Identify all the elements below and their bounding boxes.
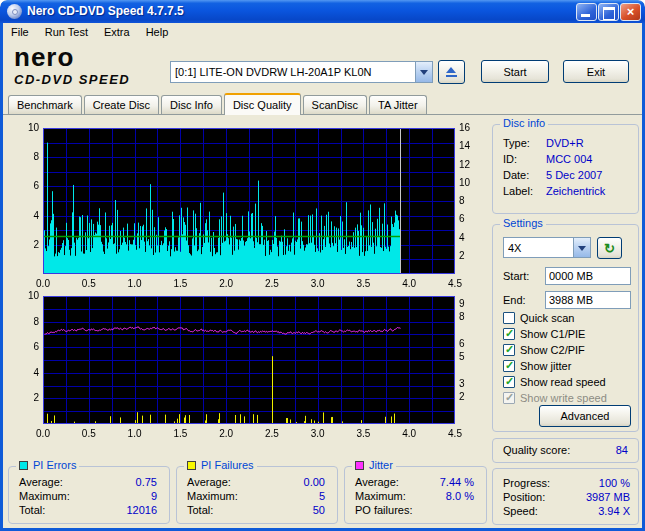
checkbox-label: Show read speed (520, 376, 606, 388)
pie-average-label: Average: (19, 476, 63, 488)
checkbox-label: Show write speed (520, 392, 607, 404)
end-position-label: End: (503, 294, 526, 306)
eject-button[interactable] (438, 60, 465, 84)
advanced-button[interactable]: Advanced (539, 405, 631, 427)
refresh-icon: ↻ (604, 242, 615, 255)
jitter-caption: Jitter (352, 459, 396, 471)
disc-date-label: Date: (503, 169, 529, 181)
checkbox-show-write-speed[interactable]: Show write speed (503, 391, 607, 405)
pie-maximum-label: Maximum: (19, 490, 70, 502)
pi-errors-caption-text: PI Errors (33, 459, 76, 471)
nero-logo-product: CD-DVD SPEED (14, 73, 130, 86)
position-value: 3987 MB (586, 491, 630, 503)
tab-scandisc[interactable]: ScanDisc (303, 95, 367, 114)
progress-value: 100 % (599, 477, 630, 489)
pie-maximum-value: 9 (151, 490, 157, 502)
maximize-button[interactable] (598, 3, 619, 21)
checkbox-label: Show jitter (520, 360, 571, 372)
disc-quality-charts (8, 118, 488, 454)
pi-failures-panel: PI Failures Average: 0.00 Maximum: 5 Tot… (176, 466, 338, 524)
pi-failures-caption-text: PI Failures (201, 459, 254, 471)
disc-label-label: Label: (503, 185, 533, 197)
window-title: Nero CD-DVD Speed 4.7.7.5 (27, 4, 184, 18)
disc-type-value: DVD+R (546, 137, 584, 149)
menu-bar: File Run Test Extra Help (3, 23, 642, 42)
tab-strip: Benchmark Create Disc Disc Info Disc Qua… (8, 93, 429, 115)
app-window: Nero CD-DVD Speed 4.7.7.5 × File Run Tes… (0, 0, 645, 531)
pi-failures-legend-icon (187, 461, 196, 470)
tab-benchmark[interactable]: Benchmark (8, 95, 82, 114)
quality-score-panel: Quality score: 84 (492, 438, 639, 463)
drive-selector-value: [0:1] LITE-ON DVDRW LH-20A1P KL0N (171, 66, 415, 78)
settings-caption: Settings (500, 217, 546, 229)
drive-selector[interactable]: [0:1] LITE-ON DVDRW LH-20A1P KL0N (170, 61, 433, 83)
checkbox-show-read-speed[interactable]: Show read speed (503, 375, 606, 389)
progress-label: Progress: (503, 477, 550, 489)
checkbox-quick-scan[interactable]: Quick scan (503, 311, 574, 325)
checkbox-box (503, 392, 515, 404)
exit-button[interactable]: Exit (563, 60, 629, 83)
start-position-label: Start: (503, 270, 529, 282)
jitter-maximum-label: Maximum: (355, 490, 406, 502)
tab-disc-quality[interactable]: Disc Quality (224, 93, 301, 115)
checkbox-box (503, 344, 515, 356)
checkbox-box (503, 360, 515, 372)
title-bar: Nero CD-DVD Speed 4.7.7.5 × (0, 0, 645, 23)
minimize-button[interactable] (576, 3, 597, 21)
disc-id-value: MCC 004 (546, 153, 592, 165)
menu-run-test[interactable]: Run Test (37, 23, 96, 42)
close-button[interactable]: × (620, 3, 641, 21)
eject-icon (446, 67, 457, 78)
dropdown-arrow-icon[interactable] (573, 238, 590, 257)
disc-date-value: 5 Dec 2007 (546, 169, 602, 181)
checkbox-box (503, 328, 515, 340)
pie-total-value: 12016 (126, 504, 157, 516)
pif-total-label: Total: (187, 504, 213, 516)
speed-selector[interactable]: 4X (503, 237, 591, 258)
settings-panel: Settings 4X ↻ Start: End: Quick scan Sho… (492, 224, 639, 432)
speed-value: 3.94 X (598, 505, 630, 517)
quality-score-label: Quality score: (503, 444, 570, 456)
tab-ta-jitter[interactable]: TA Jitter (369, 95, 427, 114)
menu-extra[interactable]: Extra (96, 23, 138, 42)
refresh-speeds-button[interactable]: ↻ (597, 237, 622, 259)
end-position-field[interactable] (545, 291, 631, 309)
start-position-field[interactable] (545, 267, 631, 285)
speed-label: Speed: (503, 505, 538, 517)
pi-failures-caption: PI Failures (184, 459, 257, 471)
jitter-caption-text: Jitter (369, 459, 393, 471)
dropdown-arrow-icon[interactable] (415, 62, 432, 82)
pi-errors-legend-icon (19, 461, 28, 470)
disc-type-label: Type: (503, 137, 530, 149)
pif-total-value: 50 (313, 504, 325, 516)
jitter-legend-icon (355, 461, 364, 470)
menu-file[interactable]: File (3, 23, 37, 42)
start-button[interactable]: Start (481, 60, 549, 83)
pie-average-value: 0.75 (136, 476, 157, 488)
pie-total-label: Total: (19, 504, 45, 516)
menu-help[interactable]: Help (138, 23, 177, 42)
checkbox-show-jitter[interactable]: Show jitter (503, 359, 571, 373)
tab-create-disc[interactable]: Create Disc (84, 95, 159, 114)
nero-logo-brand: nero (14, 44, 130, 70)
checkbox-box (503, 376, 515, 388)
po-failures-label: PO failures: (355, 504, 412, 516)
speed-selector-value: 4X (504, 242, 573, 254)
checkbox-show-c2-pif[interactable]: Show C2/PIF (503, 343, 585, 357)
tab-disc-info[interactable]: Disc Info (161, 95, 222, 114)
disc-id-label: ID: (503, 153, 517, 165)
disc-info-panel: Disc info Type: DVD+R ID: MCC 004 Date: … (492, 124, 639, 214)
jitter-average-label: Average: (355, 476, 399, 488)
checkbox-show-c1-pie[interactable]: Show C1/PIE (503, 327, 585, 341)
window-border (0, 23, 3, 531)
quality-score-value: 84 (616, 444, 628, 456)
checkbox-label: Quick scan (520, 312, 574, 324)
jitter-panel: Jitter Average: 7.44 % Maximum: 8.0 % PO… (344, 466, 487, 524)
position-label: Position: (503, 491, 545, 503)
nero-logo: nero CD-DVD SPEED (14, 44, 130, 86)
disc-info-caption: Disc info (500, 117, 548, 129)
pi-errors-panel: PI Errors Average: 0.75 Maximum: 9 Total… (8, 466, 170, 524)
pif-maximum-value: 5 (319, 490, 325, 502)
pif-maximum-label: Maximum: (187, 490, 238, 502)
checkbox-box (503, 312, 515, 324)
